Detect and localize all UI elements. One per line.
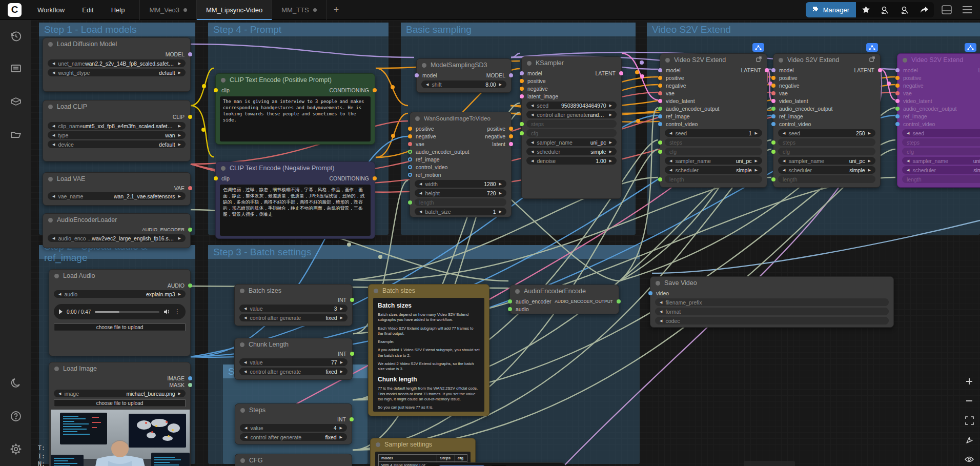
port-latent-output[interactable] (878, 68, 882, 72)
workflow-history-icon[interactable] (9, 30, 23, 43)
collapse-dot[interactable] (54, 274, 59, 278)
node-save-video[interactable]: Save Video video ◀filename_prefix ◀forma… (650, 276, 894, 328)
port-cfg-input[interactable] (771, 150, 775, 154)
widget-control-after-generate[interactable]: control after generatefixed (240, 433, 347, 441)
widget-vae-name[interactable]: vae_namewan_2.1_vae.safetensors (48, 192, 186, 200)
collapse-dot[interactable] (779, 58, 783, 63)
port-ref-image-input[interactable] (895, 114, 900, 118)
widget-seed[interactable]: seed250 (778, 129, 875, 137)
port-model-output[interactable] (509, 73, 513, 77)
choose-file-button[interactable]: choose file to upload (54, 399, 186, 407)
port-audio-output[interactable] (188, 283, 192, 288)
port-negative-input[interactable] (658, 84, 662, 88)
widget-seed[interactable]: seed1 (902, 129, 980, 137)
menu-workflow[interactable]: Workflow (29, 0, 73, 20)
node-video-s2v-extend-3-bypassed[interactable]: Video S2V Extend modelLATENT positive ne… (897, 53, 980, 188)
group-step3-header[interactable]: Step 3 - Batch settings (208, 245, 640, 259)
widget-format-input[interactable]: ◀format (655, 308, 889, 315)
widget-scheduler[interactable]: schedulersimple (526, 148, 617, 155)
port-ref-image-input[interactable] (408, 157, 412, 161)
group-video-header[interactable]: Video S2V Extend (647, 23, 980, 36)
widget-shift[interactable]: shift8.00 (421, 80, 506, 88)
widget-seed[interactable]: seed950389043464970 (526, 102, 617, 109)
hamburger-menu-icon[interactable] (959, 2, 975, 17)
node-clip-text-encode-positive[interactable]: CLIP Text Encode (Positive Prompt) clipC… (215, 73, 375, 145)
collapse-dot[interactable] (48, 105, 53, 109)
group-step4-header[interactable]: Step 4 - Prompt (208, 23, 389, 36)
collapse-dot[interactable] (515, 289, 520, 294)
port-clip-input[interactable] (214, 176, 218, 180)
widget-value[interactable]: value77 (239, 358, 348, 366)
menu-help[interactable]: Help (103, 0, 134, 20)
collapse-dot[interactable] (656, 281, 660, 286)
port-vae-input[interactable] (771, 91, 775, 95)
widget-sampler-name[interactable]: sampler_nameuni_pc (902, 157, 980, 165)
widget-cfg-input[interactable]: cfg (526, 129, 617, 137)
port-audio-encoder-output-input[interactable] (658, 107, 662, 111)
port-latent-output[interactable] (619, 71, 623, 75)
workflows-folder-icon[interactable] (9, 128, 23, 141)
port-cfg-input[interactable] (658, 150, 662, 154)
widget-unet-name[interactable]: unet_namewan2.2_s2v_14B_fp8_scaled.safet… (48, 59, 186, 67)
widget-value[interactable]: value4 (240, 424, 347, 432)
theme-toggle-icon[interactable] (9, 377, 23, 390)
widget-filename-prefix-input[interactable]: ◀filename_prefix (655, 298, 889, 306)
widget-cfg-input[interactable]: cfg (665, 148, 762, 155)
node-chunk-length[interactable]: Chunk Length INT value77 control after g… (234, 338, 353, 380)
widget-scheduler[interactable]: schedulersimple (665, 166, 762, 174)
widget-batch-size[interactable]: batch_size1 (415, 208, 506, 215)
player-menu-icon[interactable]: ⋮ (174, 308, 180, 315)
collapse-dot[interactable] (240, 408, 245, 413)
audio-player[interactable]: 0:00 / 0:47 ⋮ (54, 304, 186, 319)
node-video-s2v-extend-1[interactable]: Video S2V Extend modelLATENT positive ne… (660, 53, 767, 188)
port-positive-output[interactable] (509, 127, 513, 131)
port-positive-input[interactable] (408, 127, 412, 131)
cleaner-icon[interactable] (875, 2, 895, 17)
manager-button[interactable]: Manager (806, 2, 856, 17)
settings-gear-icon[interactable] (9, 442, 23, 456)
collapse-dot[interactable] (240, 458, 245, 463)
widget-control-after-generate[interactable]: control after generatefixed (239, 368, 348, 375)
port-positive-input[interactable] (895, 76, 900, 80)
group-basic-header[interactable]: Basic sampling (401, 23, 636, 36)
port-positive-input[interactable] (771, 76, 775, 80)
collapse-dot[interactable] (221, 78, 226, 83)
widget-steps-input[interactable]: steps (526, 120, 617, 128)
port-clip-output[interactable] (188, 115, 192, 119)
widget-length-input[interactable]: length (415, 198, 506, 206)
port-length-input[interactable] (771, 177, 775, 181)
port-latent-output[interactable] (509, 142, 513, 146)
node-load-clip[interactable]: Load CLIP CLIP clip_nameumt5_xxl_fp8_e4m… (43, 100, 191, 161)
graph-canvas[interactable]: Step 1 - Load models Step 4 - Prompt Bas… (0, 20, 980, 466)
port-negative-input[interactable] (895, 84, 900, 88)
port-negative-output[interactable] (509, 134, 513, 138)
menu-edit[interactable]: Edit (73, 0, 102, 20)
port-audio-encoder-output-input[interactable] (408, 150, 412, 154)
port-negative-input[interactable] (408, 134, 412, 138)
port-model-input[interactable] (771, 68, 775, 72)
widget-length-input[interactable]: length (665, 175, 762, 183)
port-vae-input[interactable] (658, 91, 662, 95)
node-model-sampling-sd3[interactable]: ModelSamplingSD3 modelMODEL shift8.00 (416, 58, 512, 93)
group-step1-header[interactable]: Step 1 - Load models (39, 23, 195, 36)
widget-control-after-generate[interactable]: control after generatefixed (239, 314, 348, 321)
port-control-video-input[interactable] (895, 122, 900, 126)
select-mode-icon[interactable] (964, 434, 975, 445)
widget-denoise[interactable]: denoise1.00 (526, 157, 617, 165)
new-tab-button[interactable]: + (326, 0, 346, 20)
widget-device[interactable]: devicedefault (48, 140, 186, 148)
widget-sampler-name[interactable]: sampler_nameuni_pc (778, 157, 875, 165)
tab-mm-veo3[interactable]: MM_Veo3 (140, 0, 197, 20)
collapse-dot[interactable] (48, 218, 53, 222)
node-load-audio[interactable]: Load Audio AUDIO audioexplain.mp3 0:00 /… (49, 269, 191, 356)
port-model-output[interactable] (188, 52, 192, 56)
port-vae-input[interactable] (895, 91, 900, 95)
node-load-vae[interactable]: Load VAE VAE vae_namewan_2.1_vae.safeten… (43, 172, 191, 206)
port-model-input[interactable] (415, 73, 419, 77)
favorites-star-icon[interactable] (856, 2, 875, 17)
port-steps-input[interactable] (520, 122, 524, 126)
node-video-s2v-extend-2[interactable]: Video S2V Extend modelLATENT positive ne… (773, 53, 881, 188)
widget-image-file[interactable]: imagemichael_bureau.png (54, 390, 186, 397)
port-cfg-input[interactable] (520, 131, 524, 135)
collapse-dot[interactable] (48, 42, 53, 47)
